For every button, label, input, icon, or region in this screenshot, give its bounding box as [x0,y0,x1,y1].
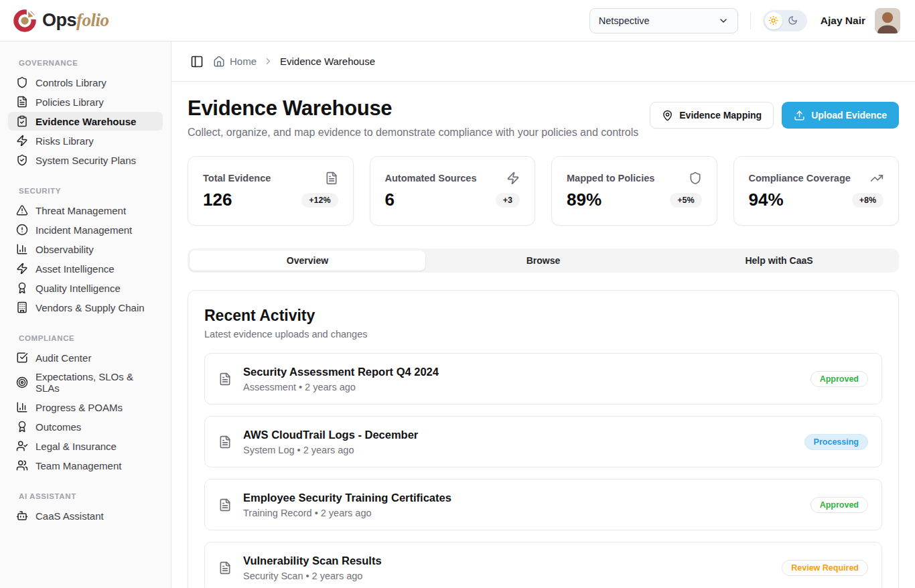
file-text-icon [16,96,28,108]
stat-delta-badge: +8% [852,193,884,208]
app-logo[interactable]: Opsfolio [13,9,109,32]
sidebar-item-vendors-supply-chain[interactable]: Vendors & Supply Chain [8,298,163,317]
sidebar-item-expectations-slos-slas[interactable]: Expectations, SLOs & SLAs [8,368,163,397]
sidebar-item-label: Evidence Warehouse [36,116,136,127]
users-icon [16,459,28,471]
stat-card-total-evidence: Total Evidence126+12% [188,156,354,226]
activity-item-security-assessment-report-q4-2024[interactable]: Security Assessment Report Q4 2024Assess… [204,353,882,405]
sidebar-item-label: Quality Intelligence [36,283,121,294]
sidebar-item-audit-center[interactable]: Audit Center [8,348,163,367]
evidence-mapping-button[interactable]: Evidence Mapping [650,102,774,129]
sidebar-item-label: System Security Plans [36,155,136,166]
stat-delta-badge: +5% [670,193,701,208]
file-text-icon [218,561,232,575]
sidebar-section-label-governance: GOVERNANCE [19,59,152,67]
file-text-icon [218,498,232,512]
sidebar-item-threat-management[interactable]: Threat Management [8,201,163,220]
status-badge: Approved [811,497,868,513]
recent-activity-title: Recent Activity [204,307,882,325]
activity-item-aws-cloudtrail-logs-december[interactable]: AWS CloudTrail Logs - DecemberSystem Log… [204,416,882,467]
stat-label: Total Evidence [203,173,271,183]
zap-icon [16,135,28,147]
tab-browse[interactable]: Browse [425,250,661,271]
breadcrumb-home[interactable]: Home [213,56,257,68]
award-icon [16,282,28,294]
user-name: Ajay Nair [821,15,865,27]
status-badge: Review Required [782,560,868,576]
sidebar-item-policies-library[interactable]: Policies Library [8,92,163,111]
sidebar-item-label: Audit Center [36,352,91,364]
stat-delta-badge: +12% [301,193,338,208]
sidebar-item-system-security-plans[interactable]: System Security Plans [8,151,163,169]
upload-icon [794,110,805,121]
sidebar-item-team-management[interactable]: Team Management [8,456,163,475]
sidebar: GOVERNANCEControls LibraryPolicies Libra… [0,42,171,588]
file-text-icon [325,171,338,185]
top-header: Opsfolio Netspective Ajay Nair [0,0,915,42]
status-badge: Approved [811,371,868,387]
breadcrumb-current: Evidence Warehouse [280,56,375,67]
upload-evidence-button[interactable]: Upload Evidence [782,102,899,129]
theme-toggle[interactable] [763,10,807,31]
trending-up-icon [870,171,884,185]
sidebar-item-controls-library[interactable]: Controls Library [8,73,163,92]
org-select[interactable]: Netspective [589,8,738,33]
shield-icon [16,76,28,88]
sidebar-toggle-button[interactable] [188,52,206,71]
circle-alert-icon [16,224,28,236]
sidebar-item-label: CaaS Assistant [36,510,104,522]
page-subtitle: Collect, organize, and map evidence to d… [188,127,638,139]
header-divider [750,12,751,29]
opsfolio-logo-icon [13,9,36,32]
tab-overview[interactable]: Overview [190,250,425,271]
sidebar-section-label-compliance: COMPLIANCE [19,334,152,342]
light-mode-button[interactable] [765,12,782,29]
activity-item-title: Vulnerability Scan Results [243,555,382,567]
sidebar-item-observability[interactable]: Observability [8,240,163,259]
sidebar-item-outcomes[interactable]: Outcomes [8,417,163,436]
home-icon [213,56,225,68]
tab-help-with-caas[interactable]: Help with CaaS [661,250,897,271]
sidebar-item-evidence-warehouse[interactable]: Evidence Warehouse [8,112,163,131]
moon-icon [788,15,798,25]
tab-bar: OverviewBrowseHelp with CaaS [188,248,899,273]
sidebar-item-label: Progress & POAMs [36,402,123,413]
chevron-right-icon [263,56,273,66]
award-icon [16,421,28,433]
chart-column-icon [16,401,28,413]
sidebar-item-quality-intelligence[interactable]: Quality Intelligence [8,279,163,297]
panel-left-icon [190,55,204,68]
org-select-value: Netspective [599,15,650,26]
sidebar-item-label: Expectations, SLOs & SLAs [36,371,155,394]
sidebar-item-risks-library[interactable]: Risks Library [8,131,163,150]
sidebar-item-label: Team Management [36,460,121,471]
activity-item-meta: Assessment • 2 years ago [243,382,439,392]
activity-item-meta: Training Record • 2 years ago [243,508,451,518]
avatar[interactable] [875,8,900,33]
activity-item-meta: System Log • 2 years ago [243,445,418,455]
sidebar-item-progress-poams[interactable]: Progress & POAMs [8,398,163,417]
dark-mode-button[interactable] [784,12,802,29]
sidebar-section-label-security: SECURITY [19,187,152,195]
shield-icon [689,171,702,185]
sidebar-item-label: Risks Library [36,135,94,147]
activity-item-vulnerability-scan-results[interactable]: Vulnerability Scan ResultsSecurity Scan … [204,542,882,588]
target-icon [16,376,28,388]
sidebar-item-label: Policies Library [36,96,104,108]
activity-item-employee-security-training-certificates[interactable]: Employee Security Training CertificatesT… [204,479,882,530]
stat-label: Mapped to Policies [567,173,654,183]
sidebar-item-asset-intelligence[interactable]: Asset Intelligence [8,259,163,278]
app-title: Opsfolio [42,10,109,31]
recent-activity-subtitle: Latest evidence uploads and changes [204,329,882,340]
sidebar-item-label: Threat Management [36,205,126,216]
sidebar-item-incident-management[interactable]: Incident Management [8,220,163,239]
breadcrumb: Home Evidence Warehouse [171,42,915,82]
stat-label: Compliance Coverage [749,173,851,183]
stat-value: 6 [385,190,395,210]
sidebar-item-caas-assistant[interactable]: CaaS Assistant [8,506,163,525]
sidebar-item-legal-insurance[interactable]: Legal & Insurance [8,437,163,455]
sidebar-item-label: Controls Library [36,77,107,88]
stat-card-compliance-coverage: Compliance Coverage94%+8% [733,156,900,226]
activity-list: Security Assessment Report Q4 2024Assess… [204,353,882,588]
sidebar-section-label-ai-assistant: AI ASSISTANT [19,492,152,500]
